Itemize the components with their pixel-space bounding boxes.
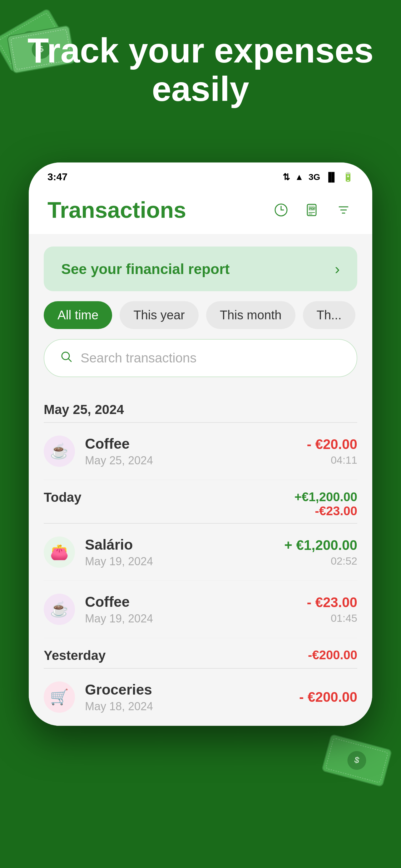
transaction-date: May 19, 2024 <box>85 555 274 568</box>
data-arrows-icon: ⇅ <box>282 172 290 182</box>
transaction-date: May 25, 2024 <box>85 454 297 467</box>
app-content: See your financial report › All time Thi… <box>29 247 372 726</box>
transaction-info: Salário May 19, 2024 <box>85 536 274 568</box>
amount-value: - €23.00 <box>307 595 357 610</box>
transaction-time: 01:45 <box>307 612 357 624</box>
transaction-amount: - €23.00 01:45 <box>307 595 357 624</box>
transaction-info: Coffee May 19, 2024 <box>85 593 297 625</box>
tab-this-month[interactable]: This month <box>206 301 295 329</box>
history-button[interactable] <box>271 200 291 220</box>
transaction-info: Coffee May 25, 2024 <box>85 435 297 467</box>
page-title: Transactions <box>47 197 186 223</box>
section-yesterday: Yesterday -€200.00 🛒 Groceries May 18, 2… <box>29 638 372 726</box>
transaction-icon-salary: 👛 <box>44 536 75 568</box>
filter-tabs-container: All time This year This month Th... <box>29 301 372 339</box>
amount-value: - €200.00 <box>299 689 357 705</box>
transaction-amount: - €20.00 04:11 <box>307 436 357 466</box>
status-bar: 3:47 ⇅ ▲ 3G ▐▌ 🔋 <box>29 162 372 186</box>
section-date-yesterday: Yesterday <box>44 648 106 663</box>
transaction-icon-groceries: 🛒 <box>44 681 75 713</box>
transaction-icon-coffee: ☕ <box>44 436 75 467</box>
search-placeholder: Search transactions <box>80 350 196 366</box>
section-header-today: Today +€1,200.00 -€23.00 <box>44 480 357 523</box>
filter-button[interactable] <box>334 200 354 220</box>
header-actions: PDF <box>271 200 354 220</box>
section-header-may25: May 25, 2024 <box>44 392 357 422</box>
hero-title: Track your expenses easily <box>0 31 401 108</box>
section-totals-today: +€1,200.00 -€23.00 <box>295 490 357 518</box>
phone-frame: 3:47 ⇅ ▲ 3G ▐▌ 🔋 Transactions P <box>29 162 372 726</box>
transaction-name: Coffee <box>85 593 297 610</box>
status-time: 3:47 <box>47 171 67 183</box>
section-today: Today +€1,200.00 -€23.00 👛 Salário May 1… <box>29 480 372 638</box>
total-positive: +€1,200.00 <box>295 490 357 504</box>
transaction-item[interactable]: 👛 Salário May 19, 2024 + €1,200.00 02:52 <box>44 524 357 581</box>
svg-line-22 <box>68 359 71 362</box>
pdf-button[interactable]: PDF <box>302 200 322 220</box>
section-header-yesterday: Yesterday -€200.00 <box>44 638 357 668</box>
amount-value: + €1,200.00 <box>284 537 357 553</box>
transaction-amount: - €200.00 <box>299 689 357 705</box>
wifi-icon: ▲ <box>295 172 304 182</box>
section-date-today: Today <box>44 490 81 505</box>
total-negative: -€23.00 <box>295 504 357 518</box>
transaction-name: Groceries <box>85 681 289 698</box>
transaction-item[interactable]: 🛒 Groceries May 18, 2024 - €200.00 <box>44 669 357 726</box>
transaction-name: Salário <box>85 536 274 553</box>
section-totals-yesterday: -€200.00 <box>308 648 357 662</box>
tab-this-year[interactable]: This year <box>120 301 199 329</box>
transaction-item[interactable]: ☕ Coffee May 19, 2024 - €23.00 01:45 <box>44 581 357 638</box>
signal-bars-icon: ▐▌ <box>325 172 338 182</box>
app-header: Transactions PDF <box>29 186 372 234</box>
transaction-icon-coffee2: ☕ <box>44 594 75 625</box>
money-decoration-bottom: $ <box>320 724 401 818</box>
status-icons: ⇅ ▲ 3G ▐▌ 🔋 <box>282 172 354 182</box>
report-chevron-icon: › <box>335 260 340 277</box>
transaction-amount: + €1,200.00 02:52 <box>284 537 357 567</box>
battery-icon: 🔋 <box>343 172 354 182</box>
report-banner[interactable]: See your financial report › <box>44 247 357 291</box>
tab-more[interactable]: Th... <box>303 301 356 329</box>
svg-text:PDF: PDF <box>309 207 315 211</box>
tab-all-time[interactable]: All time <box>44 301 112 329</box>
transaction-item[interactable]: ☕ Coffee May 25, 2024 - €20.00 04:11 <box>44 423 357 480</box>
section-date-may25: May 25, 2024 <box>44 402 124 417</box>
transaction-time: 04:11 <box>307 454 357 466</box>
search-bar[interactable]: Search transactions <box>44 339 357 377</box>
transaction-date: May 19, 2024 <box>85 612 297 625</box>
report-banner-text: See your financial report <box>61 260 230 277</box>
amount-value: - €20.00 <box>307 436 357 452</box>
transaction-name: Coffee <box>85 435 297 452</box>
total-negative-yesterday: -€200.00 <box>308 648 357 662</box>
section-may25: May 25, 2024 ☕ Coffee May 25, 2024 - €20… <box>29 392 372 480</box>
network-label: 3G <box>308 172 320 182</box>
search-icon <box>59 350 73 367</box>
transaction-date: May 18, 2024 <box>85 700 289 713</box>
transaction-time: 02:52 <box>284 555 357 567</box>
transaction-info: Groceries May 18, 2024 <box>85 681 289 713</box>
